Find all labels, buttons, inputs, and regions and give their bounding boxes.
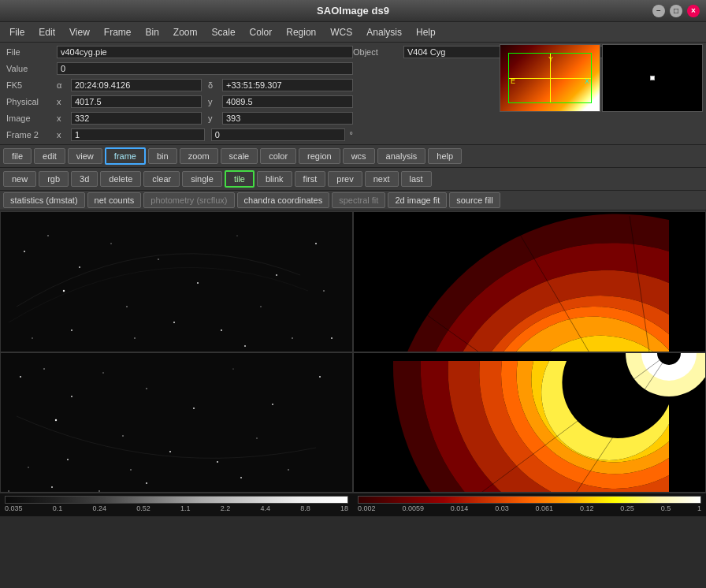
tb1-zoom-button[interactable]: zoom — [180, 148, 218, 164]
title-bar: SAOImage ds9 − □ × — [0, 0, 706, 22]
svg-point-7 — [197, 282, 199, 284]
frame-bottom-left[interactable] — [0, 352, 353, 493]
svg-point-3 — [79, 266, 80, 268]
tb2-new-button[interactable]: new — [3, 171, 36, 187]
tb2-prev-button[interactable]: prev — [328, 171, 362, 187]
svg-point-40 — [146, 388, 147, 389]
svg-point-8 — [236, 235, 237, 236]
svg-point-15 — [221, 329, 222, 331]
frm2-y-value[interactable] — [211, 128, 345, 141]
svg-point-41 — [193, 408, 195, 409]
scale-right-tick: 0.061 — [536, 504, 554, 512]
file-value[interactable] — [57, 46, 353, 58]
tb3-source-fill-button[interactable]: source fill — [449, 192, 500, 208]
tb3-spectral-fit-button[interactable]: spectral fit — [332, 192, 385, 208]
tb1-file-button[interactable]: file — [3, 148, 32, 164]
alpha-value[interactable] — [71, 79, 202, 91]
tb1-analysis-button[interactable]: analysis — [377, 148, 426, 164]
tb3-net-counts-button[interactable]: net counts — [87, 192, 142, 208]
tb2-blink-button[interactable]: blink — [257, 171, 292, 187]
fk5-row: FK5 α δ — [6, 77, 353, 93]
menu-item-edit[interactable]: Edit — [32, 25, 61, 39]
tb1-edit-button[interactable]: edit — [34, 148, 65, 164]
preview-thumb-main: E X Y — [500, 44, 600, 112]
menu-item-wcs[interactable]: WCS — [324, 25, 359, 39]
menu-item-zoom[interactable]: Zoom — [167, 25, 204, 39]
img-y-label: y — [208, 114, 219, 123]
scale-gradient-right — [358, 496, 701, 504]
tb3-chandra-coordinates-button[interactable]: chandra coordinates — [237, 192, 330, 208]
info-panel: E X Y File Object Value — [0, 43, 706, 145]
maximize-button[interactable]: □ — [670, 5, 682, 17]
svg-point-14 — [134, 337, 136, 339]
tb2-clear-button[interactable]: clear — [143, 171, 180, 187]
tb2-first-button[interactable]: first — [295, 171, 326, 187]
tb3-statistics--dmstat--button[interactable]: statistics (dmstat) — [3, 192, 85, 208]
tb1-help-button[interactable]: help — [428, 148, 462, 164]
scale-left-tick: 1.1 — [180, 504, 191, 512]
tb1-bin-button[interactable]: bin — [148, 148, 177, 164]
menu-item-analysis[interactable]: Analysis — [360, 25, 408, 39]
phys-x-value[interactable] — [71, 95, 202, 108]
tb1-region-button[interactable]: region — [299, 148, 340, 164]
tb1-scale-button[interactable]: scale — [221, 148, 258, 164]
img-x-value[interactable] — [71, 112, 202, 125]
svg-point-38 — [102, 372, 103, 373]
tb1-frame-button[interactable]: frame — [105, 147, 146, 165]
menu-item-file[interactable]: File — [3, 25, 31, 39]
scale-left-tick: 0.1 — [53, 504, 63, 512]
svg-point-47 — [67, 459, 69, 460]
tb1-view-button[interactable]: view — [68, 148, 102, 164]
svg-point-56 — [240, 477, 242, 478]
tb2-single-button[interactable]: single — [182, 171, 222, 187]
frm2-x-value[interactable] — [71, 128, 205, 141]
svg-point-26 — [331, 337, 333, 339]
tb2-tile-button[interactable]: tile — [225, 170, 255, 188]
tb2-last-button[interactable]: last — [401, 171, 432, 187]
toolbar-row-3: statistics (dmstat)net countsphotometry … — [0, 191, 706, 210]
scale-right-tick: 0.5 — [661, 504, 671, 512]
tb3-2d-image-fit-button[interactable]: 2d image fit — [388, 192, 447, 208]
svg-point-54 — [146, 482, 147, 484]
svg-point-42 — [232, 368, 233, 369]
img-x-label: x — [57, 114, 68, 123]
value-field[interactable] — [57, 62, 353, 75]
tb2-delete-button[interactable]: delete — [100, 171, 141, 187]
delta-value[interactable] — [222, 79, 353, 91]
tb3-photometry--srcflux--button[interactable]: photometry (srcflux) — [143, 192, 234, 208]
menu-item-help[interactable]: Help — [410, 25, 442, 39]
svg-point-52 — [51, 486, 53, 488]
menu-item-color[interactable]: Color — [243, 25, 279, 39]
object-label: Object — [353, 47, 400, 57]
menu-item-scale[interactable]: Scale — [206, 25, 242, 39]
tb2-3d-button[interactable]: 3d — [71, 171, 98, 187]
menu-item-bin[interactable]: Bin — [139, 25, 165, 39]
menu-item-view[interactable]: View — [63, 25, 96, 39]
frame-top-left[interactable] — [0, 211, 353, 352]
svg-point-48 — [130, 469, 132, 471]
scale-right-tick: 0.25 — [620, 504, 634, 512]
frame-bottom-right[interactable] — [353, 352, 706, 493]
scale-right: 0.0020.00590.0140.030.0610.120.250.51 — [353, 493, 706, 516]
tb1-wcs-button[interactable]: wcs — [343, 148, 375, 164]
img-y-value[interactable] — [222, 112, 353, 125]
svg-point-35 — [20, 376, 21, 378]
svg-point-36 — [43, 368, 45, 370]
toolbar-row-2: newrgb3ddeleteclearsingletileblinkfirstp… — [0, 168, 706, 191]
tb2-next-button[interactable]: next — [365, 171, 399, 187]
preview-box-outline: E X Y — [508, 53, 592, 103]
phys-y-value[interactable] — [222, 95, 353, 108]
tb1-color-button[interactable]: color — [260, 148, 296, 164]
phys-x-label: x — [57, 97, 68, 106]
scale-left-tick: 2.2 — [221, 504, 231, 512]
value-label: Value — [6, 64, 54, 73]
menu-item-region[interactable]: Region — [280, 25, 322, 39]
image-row: Image x y — [6, 110, 353, 126]
frame2-label: Frame 2 — [6, 130, 54, 140]
tb2-rgb-button[interactable]: rgb — [39, 171, 69, 187]
menu-item-frame[interactable]: Frame — [98, 25, 138, 39]
frame-top-right[interactable] — [353, 211, 706, 352]
close-button[interactable]: × — [687, 5, 700, 17]
minimize-button[interactable]: − — [652, 5, 665, 17]
svg-point-16 — [260, 306, 261, 307]
